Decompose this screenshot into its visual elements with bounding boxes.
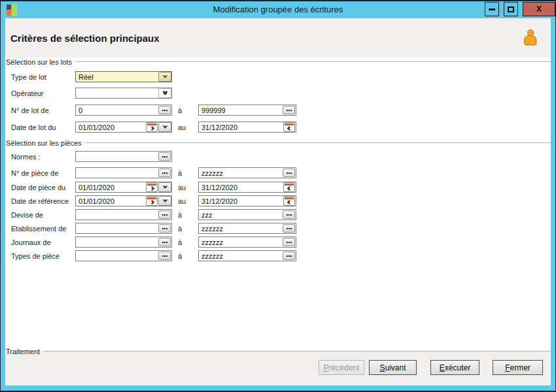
num-piece-to-field[interactable] [198,167,296,178]
chevron-left-icon [287,199,291,204]
dialog-content: Critères de sélection principaux Sélecti… [5,18,551,385]
calendar-dropdown-button[interactable] [158,122,171,132]
field-row-date-piece: Date de pièce du au [11,182,296,193]
calendar-dropdown-button[interactable] [158,182,171,192]
date-reference-to-field[interactable] [198,195,296,206]
num-lot-from-field[interactable] [75,105,172,116]
field-row-num-piece: N° de pièce de à [11,167,296,178]
legend-divider [75,61,551,62]
operateur-dropdown-button[interactable] [158,88,171,98]
num-piece-from-input[interactable] [76,168,158,178]
ellipsis-icon [162,255,164,257]
date-piece-to-field[interactable] [198,182,296,193]
lookup-button[interactable] [283,169,295,177]
date-reference-from-field[interactable] [75,195,172,206]
date-piece-from-input[interactable] [76,182,146,192]
etablissement-to-field[interactable] [198,223,296,234]
ellipsis-icon [287,228,288,229]
chevron-down-icon [162,124,167,129]
ellipsis-icon [162,172,164,174]
executer-button[interactable]: Exécuter [430,360,479,375]
lookup-button[interactable] [158,210,171,219]
operateur-value[interactable] [76,88,158,98]
chevron-down-icon [162,74,167,78]
types-piece-label: Types de pièce [11,252,75,260]
lookup-button[interactable] [283,252,295,260]
lookup-button[interactable] [158,252,171,260]
num-lot-from-input[interactable] [76,105,158,115]
titlebar[interactable]: Modification groupée des écritures X [1,1,555,18]
minimize-button[interactable] [485,2,499,16]
journaux-to-input[interactable] [199,237,283,247]
chevron-left-icon [287,125,291,130]
page-title: Critères de sélection principaux [10,33,160,44]
etablissement-to-input[interactable] [199,223,283,233]
date-shift-forward-button[interactable] [146,196,158,206]
close-button[interactable]: X [523,2,555,16]
num-piece-to-input[interactable] [199,168,283,178]
normes-field[interactable] [75,151,172,162]
lookup-button[interactable] [283,224,295,233]
date-shift-forward-button[interactable] [146,122,158,132]
lookup-button[interactable] [283,238,295,246]
type-de-lot-combo[interactable] [75,71,172,82]
date-reference-from-input[interactable] [76,196,146,206]
lookup-button[interactable] [158,224,171,233]
field-row-date-reference: Date de référence au [11,195,296,206]
date-lot-to-input[interactable] [199,122,283,132]
operateur-combo[interactable] [75,88,172,99]
lots-legend-label: Sélection sur les lots [6,58,72,66]
fermer-button[interactable]: Fermer [493,360,543,375]
close-icon: X [536,5,542,14]
date-reference-to-input[interactable] [199,196,283,206]
field-row-journaux: Journaux de à [11,237,296,248]
date-piece-to-input[interactable] [199,182,283,192]
type-de-lot-dropdown-button[interactable] [158,72,171,82]
journaux-from-input[interactable] [76,237,158,247]
devise-from-input[interactable] [76,210,158,220]
field-row-etablissement: Etablissement de à [11,223,296,234]
num-piece-from-field[interactable] [75,167,172,178]
user-icon-body [524,35,536,45]
range-connector: au [172,197,198,205]
date-piece-from-field[interactable] [75,182,172,193]
date-shift-forward-button[interactable] [146,182,158,192]
lookup-button[interactable] [283,106,295,114]
types-piece-from-input[interactable] [76,251,158,261]
field-row-types-piece: Types de pièce à [11,250,296,261]
num-lot-to-field[interactable] [198,105,296,116]
maximize-icon [508,7,514,12]
date-lot-from-field[interactable] [75,122,172,133]
date-lot-to-field[interactable] [198,122,296,133]
date-piece-label: Date de pièce du [11,184,75,191]
lookup-button[interactable] [158,106,171,114]
calendar-dropdown-button[interactable] [158,196,171,206]
date-lot-from-input[interactable] [76,122,146,132]
num-piece-label: N° de pièce de [11,169,75,177]
devise-to-field[interactable] [198,209,296,220]
date-shift-back-button[interactable] [283,182,295,192]
etablissement-from-input[interactable] [76,223,158,233]
date-shift-back-button[interactable] [283,122,295,132]
devise-from-field[interactable] [75,209,172,220]
lookup-button[interactable] [158,169,171,177]
maximize-button[interactable] [504,2,518,16]
lookup-button[interactable] [158,152,171,161]
lookup-button[interactable] [158,238,171,246]
field-row-num-lot: N° de lot de à [11,105,296,116]
etablissement-from-field[interactable] [75,223,172,234]
types-piece-to-input[interactable] [199,251,283,261]
types-piece-from-field[interactable] [75,250,172,261]
double-chevron-down-icon [164,91,167,95]
journaux-to-field[interactable] [198,237,296,248]
types-piece-to-field[interactable] [198,250,296,261]
num-lot-to-input[interactable] [199,105,283,115]
legend-divider [85,142,551,143]
type-de-lot-value[interactable] [76,72,158,82]
normes-input[interactable] [76,152,158,161]
date-shift-back-button[interactable] [283,196,295,206]
suivant-button[interactable]: Suivant [369,360,417,375]
devise-to-input[interactable] [199,210,283,220]
lookup-button[interactable] [283,210,295,219]
journaux-from-field[interactable] [75,237,172,248]
